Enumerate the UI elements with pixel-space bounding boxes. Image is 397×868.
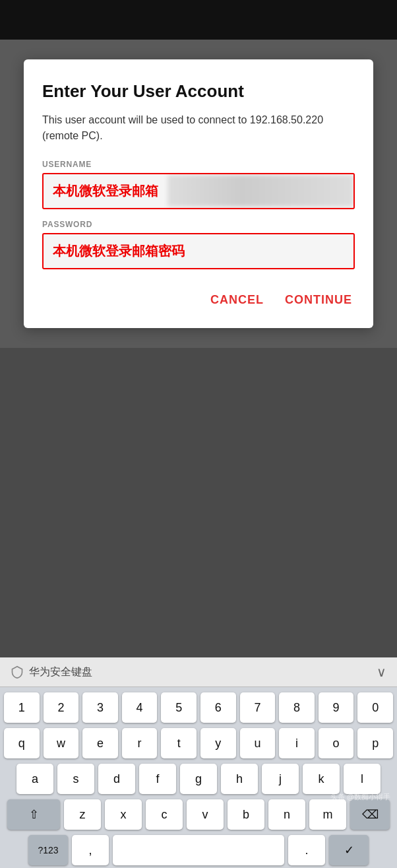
key-g[interactable]: g	[180, 764, 217, 794]
key-n[interactable]: n	[268, 799, 305, 830]
key-c[interactable]: c	[146, 799, 183, 830]
key-d[interactable]: d	[98, 764, 135, 794]
key-r[interactable]: r	[122, 728, 158, 758]
key-o[interactable]: o	[319, 728, 354, 758]
period-key[interactable]: .	[288, 835, 325, 865]
space-key[interactable]	[113, 835, 284, 865]
dialog-title: Enter Your User Account	[42, 81, 355, 103]
key-u[interactable]: u	[240, 728, 276, 758]
keyboard-name: 华为安全键盘	[29, 665, 92, 679]
number-row: 1 2 3 4 5 6 7 8 9 0	[4, 692, 393, 723]
key-m[interactable]: m	[309, 799, 346, 830]
key-k[interactable]: k	[303, 764, 340, 794]
password-label: PASSWORD	[42, 220, 355, 229]
keyboard-toolbar: 华为安全键盘 ∨	[0, 657, 397, 687]
password-field-wrapper: PASSWORD 本机微软登录邮箱密码	[42, 220, 355, 269]
bottom-row: ?123 , . ✓	[4, 835, 393, 865]
user-account-dialog: Enter Your User Account This user accoun…	[24, 59, 373, 328]
key-s[interactable]: s	[57, 764, 94, 794]
keyboard-rows: 1 2 3 4 5 6 7 8 9 0 q w e r t y u i o p …	[0, 687, 397, 868]
key-2[interactable]: 2	[44, 692, 79, 723]
key-z[interactable]: z	[64, 799, 101, 830]
username-blur-overlay	[168, 175, 353, 207]
key-8[interactable]: 8	[279, 692, 315, 723]
asdf-row: a s d f g h j k l	[4, 764, 393, 794]
keyboard: 华为安全键盘 ∨ 1 2 3 4 5 6 7 8 9 0 q w e r t y…	[0, 657, 397, 868]
watermark: 头条 @数痴小得手	[330, 792, 390, 802]
dialog-overlay: Enter Your User Account This user accoun…	[0, 40, 397, 348]
dialog-description: This user account will be used to connec…	[42, 112, 355, 144]
key-b[interactable]: b	[228, 799, 264, 830]
key-9[interactable]: 9	[319, 692, 354, 723]
key-4[interactable]: 4	[122, 692, 158, 723]
key-l[interactable]: l	[344, 764, 381, 794]
key-a[interactable]: a	[16, 764, 53, 794]
key-e[interactable]: e	[82, 728, 118, 758]
key-q[interactable]: q	[4, 728, 40, 758]
key-6[interactable]: 6	[200, 692, 236, 723]
key-h[interactable]: h	[221, 764, 258, 794]
backspace-key[interactable]: ⌫	[350, 799, 390, 830]
shift-key[interactable]: ⇧	[7, 799, 60, 830]
username-input[interactable]: 本机微软登录邮箱	[42, 173, 355, 209]
keyboard-collapse-button[interactable]: ∨	[377, 664, 386, 680]
key-w[interactable]: w	[44, 728, 79, 758]
symbol-key[interactable]: ?123	[28, 835, 68, 865]
key-i[interactable]: i	[279, 728, 315, 758]
username-field-wrapper: USERNAME 本机微软登录邮箱	[42, 160, 355, 209]
key-j[interactable]: j	[262, 764, 299, 794]
status-bar	[0, 0, 397, 40]
key-t[interactable]: t	[161, 728, 197, 758]
key-f[interactable]: f	[139, 764, 176, 794]
key-y[interactable]: y	[200, 728, 236, 758]
shield-icon	[11, 665, 24, 679]
username-annotation: 本机微软登录邮箱	[44, 174, 168, 208]
return-key[interactable]: ✓	[329, 835, 369, 865]
comma-key[interactable]: ,	[72, 835, 109, 865]
key-p[interactable]: p	[357, 728, 393, 758]
password-annotation: 本机微软登录邮箱密码	[44, 234, 194, 268]
key-5[interactable]: 5	[161, 692, 197, 723]
keyboard-label-area: 华为安全键盘	[11, 665, 92, 679]
key-x[interactable]: x	[105, 799, 142, 830]
key-1[interactable]: 1	[4, 692, 40, 723]
qwerty-row: q w e r t y u i o p	[4, 728, 393, 758]
key-7[interactable]: 7	[240, 692, 276, 723]
dialog-actions: CANCEL CONTINUE	[42, 283, 355, 312]
cancel-button[interactable]: CANCEL	[208, 288, 266, 312]
key-0[interactable]: 0	[357, 692, 393, 723]
continue-button[interactable]: CONTINUE	[282, 288, 355, 312]
zxcv-row: ⇧ z x c v b n m ⌫	[4, 799, 393, 830]
username-label: USERNAME	[42, 160, 355, 169]
key-v[interactable]: v	[187, 799, 224, 830]
password-input[interactable]: 本机微软登录邮箱密码	[42, 233, 355, 269]
key-3[interactable]: 3	[82, 692, 118, 723]
